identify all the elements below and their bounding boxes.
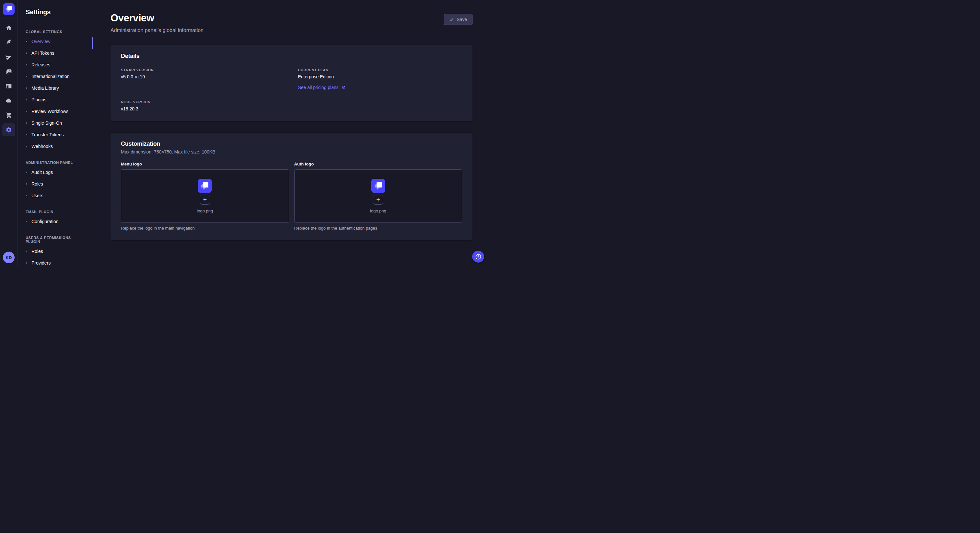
plus-icon: + (376, 197, 380, 203)
home-icon[interactable] (2, 21, 15, 34)
sidebar-item-configuration[interactable]: Configuration (18, 216, 93, 227)
save-button[interactable]: Save (444, 14, 473, 25)
customization-card: Customization Max dimension: 750×750, Ma… (110, 133, 473, 240)
sidebar-item-up-roles[interactable]: Roles (18, 246, 93, 257)
sidebar-item-label: Single Sign-On (32, 121, 62, 125)
help-button[interactable] (472, 251, 484, 263)
auth-logo-hint: Replace the logo in the authentication p… (294, 226, 463, 230)
sidebar-item-transfer-tokens[interactable]: Transfer Tokens (18, 129, 93, 141)
paper-plane-icon[interactable] (2, 51, 15, 63)
sidebar-item-label: API Tokens (32, 51, 54, 56)
bullet-icon (26, 52, 27, 54)
bullet-icon (26, 87, 27, 89)
sidebar-item-label: Transfer Tokens (32, 132, 64, 137)
field-label: NODE VERSION (121, 100, 285, 104)
bullet-icon (26, 64, 27, 65)
strapi-logo[interactable] (3, 3, 14, 15)
details-card: Details STRAPI VERSION v5.0.0-rc.19 CURR… (110, 45, 473, 121)
customization-title: Customization (121, 141, 462, 148)
bullet-icon (26, 221, 27, 222)
menu-logo-field: Menu logo + logo.png Replace the logo in… (121, 162, 289, 230)
current-plan-field: CURRENT PLAN Enterprise Edition See all … (298, 68, 463, 90)
sidebar-item-api-tokens[interactable]: API Tokens (18, 47, 93, 59)
page-title: Overview (110, 12, 204, 24)
sidebar-item-label: Media Library (32, 86, 59, 90)
sidebar-item-label: Releases (32, 62, 50, 67)
logo-filename: logo.png (370, 209, 386, 213)
sidebar-item-label: Internationalization (32, 74, 70, 79)
bullet-icon (26, 171, 27, 173)
sidebar-item-releases[interactable]: Releases (18, 59, 93, 71)
strapi-logo (371, 179, 385, 193)
external-link-icon (342, 86, 345, 89)
auth-logo-field: Auth logo + logo.png Replace the logo in… (294, 162, 463, 230)
sidebar-item-internationalization[interactable]: Internationalization (18, 71, 93, 82)
sidebar-title-divider (25, 21, 33, 21)
main-nav-rail: KD (0, 0, 18, 266)
node-version-field: NODE VERSION v18.20.3 (121, 100, 285, 111)
add-logo-button[interactable]: + (200, 195, 210, 205)
bullet-icon (26, 134, 27, 135)
bullet-icon (26, 183, 27, 185)
logo-filename: logo.png (197, 209, 213, 213)
bullet-icon (26, 111, 27, 112)
cart-icon[interactable] (2, 109, 15, 122)
field-label: STRAPI VERSION (121, 68, 285, 72)
section-label: GLOBAL SETTINGS (25, 30, 85, 34)
page-subtitle: Administration panel’s global informatio… (110, 27, 204, 33)
sidebar-scrollbar-thumb[interactable] (92, 37, 93, 49)
sidebar-item-audit-logs[interactable]: Audit Logs (18, 167, 93, 178)
avatar[interactable]: KD (3, 252, 14, 263)
sidebar-item-label: Overview (32, 39, 50, 44)
field-value: Enterprise Edition (298, 74, 463, 79)
bullet-icon (26, 99, 27, 100)
section-users-permissions-plugin: USERS & PERMISSIONS PLUGIN Roles Provide… (18, 236, 93, 266)
bullet-icon (26, 251, 27, 252)
menu-logo-hint: Replace the logo in the main navigation (121, 226, 289, 230)
bullet-icon (26, 41, 27, 42)
sidebar-item-label: Roles (32, 181, 43, 187)
cloud-icon[interactable] (2, 94, 15, 107)
section-email-plugin: EMAIL PLUGIN Configuration (18, 210, 93, 227)
section-label: USERS & PERMISSIONS PLUGIN (25, 236, 85, 244)
sidebar-item-label: Configuration (32, 219, 58, 224)
sidebar-item-overview[interactable]: Overview (18, 36, 93, 47)
pricing-plans-link-label: See all pricing plans (298, 85, 339, 90)
images-icon[interactable] (2, 65, 15, 78)
auth-logo-dropzone[interactable]: + logo.png (294, 169, 463, 223)
field-label: CURRENT PLAN (298, 68, 463, 72)
menu-logo-label: Menu logo (121, 162, 289, 167)
field-value: v5.0.0-rc.19 (121, 74, 285, 79)
bullet-icon (26, 76, 27, 77)
sidebar-item-admin-roles[interactable]: Roles (18, 178, 93, 190)
pricing-plans-link[interactable]: See all pricing plans (298, 85, 345, 90)
sidebar-item-media-library[interactable]: Media Library (18, 82, 93, 94)
save-button-label: Save (457, 17, 467, 22)
avatar-initials: KD (6, 255, 12, 260)
feather-icon[interactable] (2, 36, 15, 49)
layout-icon[interactable] (2, 80, 15, 93)
customization-subtitle: Max dimension: 750×750, Max file size: 1… (121, 149, 462, 154)
question-mark-icon (475, 253, 482, 260)
sidebar-item-providers[interactable]: Providers (18, 257, 93, 266)
auth-logo-label: Auth logo (294, 162, 463, 167)
section-global-settings: GLOBAL SETTINGS Overview API Tokens Rele… (18, 30, 93, 152)
sidebar-item-webhooks[interactable]: Webhooks (18, 141, 93, 152)
page-header: Overview Administration panel’s global i… (110, 12, 473, 33)
sidebar-item-label: Users (32, 193, 43, 198)
sidebar-item-label: Audit Logs (32, 170, 53, 175)
sidebar-item-label: Roles (32, 249, 43, 254)
add-logo-button[interactable]: + (373, 195, 383, 205)
sidebar-item-single-sign-on[interactable]: Single Sign-On (18, 117, 93, 129)
field-value: v18.20.3 (121, 106, 285, 111)
sidebar-item-users[interactable]: Users (18, 190, 93, 201)
strapi-version-field: STRAPI VERSION v5.0.0-rc.19 (121, 68, 285, 90)
sidebar-item-review-workflows[interactable]: Review Workflows (18, 106, 93, 117)
main-content: Overview Administration panel’s global i… (93, 0, 490, 266)
menu-logo-dropzone[interactable]: + logo.png (121, 169, 289, 223)
sidebar-item-plugins[interactable]: Plugins (18, 94, 93, 106)
bullet-icon (26, 146, 27, 147)
settings-sidebar: Settings GLOBAL SETTINGS Overview API To… (18, 0, 93, 266)
gear-icon[interactable] (2, 124, 15, 136)
details-title: Details (121, 53, 462, 60)
